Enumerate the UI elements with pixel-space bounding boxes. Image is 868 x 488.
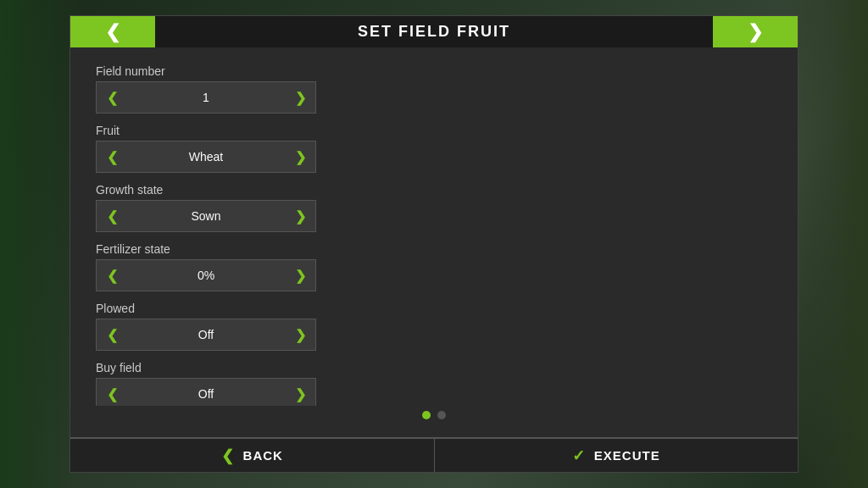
field-number-value: 1 bbox=[127, 91, 285, 104]
execute-label: EXECUTE bbox=[594, 448, 660, 463]
fertilizer-state-value: 0% bbox=[127, 269, 285, 282]
chevron-right-icon bbox=[295, 149, 306, 165]
field-number-next[interactable] bbox=[285, 81, 315, 114]
modal-overlay: SET FIELD FRUIT Field number 1 Fruit bbox=[0, 0, 868, 488]
fertilizer-state-next[interactable] bbox=[285, 259, 315, 291]
chevron-right-icon bbox=[295, 386, 306, 402]
back-button[interactable]: BACK bbox=[70, 438, 435, 472]
modal-body: Field number 1 Fruit Wheat Growth state bbox=[70, 47, 798, 437]
fruit-next[interactable] bbox=[285, 141, 315, 173]
fruit-value: Wheat bbox=[127, 150, 285, 164]
field-number-control: 1 bbox=[96, 81, 316, 114]
chevron-left-icon bbox=[107, 90, 118, 106]
growth-state-label: Growth state bbox=[96, 183, 772, 197]
next-button[interactable] bbox=[713, 16, 798, 47]
field-number-prev[interactable] bbox=[97, 81, 127, 114]
chevron-left-icon bbox=[107, 327, 118, 343]
fruit-prev[interactable] bbox=[97, 141, 127, 173]
back-icon bbox=[221, 446, 235, 465]
chevron-left-icon bbox=[107, 268, 118, 284]
buy-field-label: Buy field bbox=[96, 361, 772, 374]
fertilizer-state-label: Fertilizer state bbox=[96, 242, 772, 256]
plowed-value: Off bbox=[127, 328, 285, 341]
field-number-label: Field number bbox=[96, 64, 772, 78]
chevron-right-icon bbox=[295, 327, 306, 343]
chevron-left-icon bbox=[107, 208, 118, 225]
growth-state-control: Sown bbox=[96, 200, 316, 232]
plowed-control: Off bbox=[96, 319, 316, 351]
growth-state-value: Sown bbox=[127, 209, 285, 223]
pagination bbox=[70, 406, 798, 424]
pagination-dot-1 bbox=[422, 411, 431, 419]
modal-footer: BACK EXECUTE bbox=[70, 437, 798, 472]
fruit-control: Wheat bbox=[96, 141, 316, 173]
modal-title: SET FIELD FRUIT bbox=[155, 16, 713, 47]
chevron-left-icon bbox=[105, 21, 120, 43]
chevron-left-icon bbox=[107, 149, 118, 165]
fruit-label: Fruit bbox=[96, 124, 772, 137]
plowed-label: Plowed bbox=[96, 302, 772, 315]
buy-field-value: Off bbox=[127, 387, 285, 401]
prev-button[interactable] bbox=[70, 16, 155, 47]
buy-field-row: Buy field Off bbox=[96, 361, 772, 410]
chevron-right-icon bbox=[295, 268, 306, 284]
modal: SET FIELD FRUIT Field number 1 Fruit bbox=[70, 15, 798, 473]
fertilizer-state-prev[interactable] bbox=[97, 259, 127, 291]
plowed-prev[interactable] bbox=[97, 319, 127, 351]
growth-state-row: Growth state Sown bbox=[96, 183, 772, 232]
fertilizer-state-control: 0% bbox=[96, 259, 316, 291]
growth-state-prev[interactable] bbox=[97, 200, 127, 232]
check-icon bbox=[572, 446, 586, 465]
fruit-row: Fruit Wheat bbox=[96, 124, 772, 173]
pagination-dot-2 bbox=[437, 411, 446, 419]
chevron-right-icon bbox=[295, 90, 306, 106]
modal-header: SET FIELD FRUIT bbox=[70, 16, 798, 47]
back-label: BACK bbox=[243, 448, 283, 463]
chevron-left-icon bbox=[107, 386, 118, 402]
plowed-row: Plowed Off bbox=[96, 302, 772, 351]
growth-state-next[interactable] bbox=[285, 200, 315, 232]
execute-button[interactable]: EXECUTE bbox=[435, 438, 798, 472]
chevron-right-icon bbox=[748, 21, 763, 43]
plowed-next[interactable] bbox=[285, 319, 315, 351]
field-number-row: Field number 1 bbox=[96, 64, 772, 114]
chevron-right-icon bbox=[295, 208, 306, 225]
fertilizer-state-row: Fertilizer state 0% bbox=[96, 242, 772, 291]
